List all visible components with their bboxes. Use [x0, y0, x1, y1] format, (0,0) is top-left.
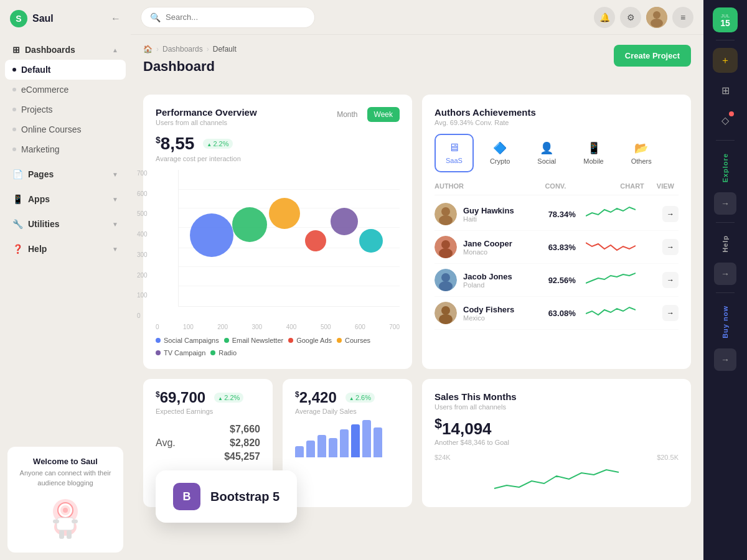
svg-rect-7	[59, 530, 64, 539]
view-btn-cody[interactable]: →	[662, 305, 679, 321]
sidebar-item-online-courses[interactable]: Online Courses	[5, 119, 126, 139]
breadcrumb-home[interactable]: 🏠	[143, 45, 153, 54]
breadcrumb: 🏠 › Dashboards › Default	[143, 45, 237, 54]
nav-dashboards-header[interactable]: ⊞ Dashboards ▲	[5, 40, 126, 60]
performance-card: Performance Overview Users from all chan…	[143, 95, 412, 369]
dot-ecommerce	[12, 88, 16, 91]
ecommerce-label: eCommerce	[21, 85, 68, 95]
view-btn-jacob[interactable]: →	[662, 272, 679, 288]
rp-help-arrow[interactable]: →	[714, 263, 736, 285]
sidebar-item-ecommerce[interactable]: eCommerce	[5, 80, 126, 100]
author-avatar-jacob	[435, 269, 457, 291]
bubble-radio	[359, 229, 383, 253]
menu-button[interactable]: ≡	[672, 7, 693, 28]
author-name-guy: Guy Hawkins	[463, 206, 537, 215]
svg-rect-6	[72, 520, 78, 523]
nav-utilities-header[interactable]: 🔧 Utilities ▼	[5, 214, 126, 234]
calendar-widget[interactable]: JUL 15	[713, 7, 738, 32]
rp-add-button[interactable]: ＋	[713, 48, 738, 73]
rp-explore-arrow[interactable]: →	[714, 192, 736, 215]
daily-label: Average Daily Sales	[295, 408, 400, 415]
user-avatar[interactable]	[646, 7, 667, 28]
col-author: AUTHOR	[435, 182, 522, 190]
search-input[interactable]	[166, 12, 306, 22]
rp-help-label: Help	[721, 230, 729, 258]
legend-courses: Courses	[337, 337, 370, 344]
sales-goal: Another $48,346 to Goal	[435, 439, 679, 446]
bar-6	[351, 424, 360, 457]
author-conv-jacob: 92.56%	[537, 276, 586, 285]
authors-card: Authors Achievements Avg. 69.34% Conv. R…	[422, 95, 691, 369]
welcome-title: Welcome to Saul	[17, 457, 113, 466]
bubble-google-ads	[305, 230, 326, 251]
nav-help-header[interactable]: ❓ Help ▼	[5, 239, 126, 259]
legend-dot-google	[288, 338, 293, 343]
bubble-social	[190, 213, 233, 257]
view-btn-guy[interactable]: →	[662, 206, 679, 222]
rp-code-button[interactable]: ◇	[713, 108, 738, 133]
pages-arrow: ▼	[112, 171, 118, 178]
svg-point-18	[439, 248, 453, 258]
authors-title: Authors Achievements	[435, 107, 679, 118]
default-label: Default	[21, 65, 50, 75]
breadcrumb-dashboards[interactable]: Dashboards	[162, 45, 203, 54]
bootstrap-icon: B	[173, 483, 200, 510]
author-info-cody: Cody Fishers Mexico	[463, 305, 537, 322]
author-chart-guy	[586, 203, 659, 225]
dashboards-grid-icon: ⊞	[12, 45, 20, 55]
tab-mobile[interactable]: 📱 Mobile	[572, 134, 614, 172]
rp-badge-dot	[729, 111, 734, 116]
tab-saas[interactable]: 🖥 SaaS	[435, 134, 474, 172]
author-info-jacob: Jacob Jones Poland	[463, 272, 537, 289]
nav-pages-header[interactable]: 📄 Pages ▼	[5, 164, 126, 184]
tab-others[interactable]: 📂 Others	[620, 134, 663, 172]
create-project-button[interactable]: Create Project	[614, 45, 691, 67]
breadcrumb-sep2: ›	[207, 45, 209, 54]
sales-numbers-list: $7,660 Avg. $2,820 $45,257	[156, 422, 260, 464]
view-btn-jane[interactable]: →	[662, 239, 679, 255]
tab-crypto[interactable]: 🔷 Crypto	[479, 134, 521, 172]
sidebar-item-default[interactable]: Default	[5, 60, 126, 80]
apps-arrow: ▼	[112, 196, 118, 203]
author-name-jane: Jane Cooper	[463, 239, 537, 248]
sales-mini-chart	[435, 464, 679, 495]
settings-button[interactable]: ⚙	[620, 7, 641, 28]
metric-badge: 2.2%	[203, 139, 232, 149]
notification-button[interactable]: 🔔	[594, 7, 615, 28]
bootstrap-title: Bootstrap 5	[210, 490, 280, 504]
period-tab-month[interactable]: Month	[330, 107, 364, 122]
author-avatar-jane	[435, 236, 457, 258]
svg-point-14	[441, 207, 450, 216]
period-tab-week[interactable]: Week	[367, 107, 400, 122]
nav-apps-header[interactable]: 📱 Apps ▼	[5, 189, 126, 209]
nav-utilities-section: 🔧 Utilities ▼	[0, 212, 131, 236]
sidebar-item-projects[interactable]: Projects	[5, 100, 126, 119]
bar-1	[295, 446, 304, 457]
topbar-right: 🔔 ⚙ ≡	[594, 7, 693, 28]
author-country-jacob: Poland	[463, 281, 537, 289]
legend-dot-social	[156, 338, 161, 343]
author-name-cody: Cody Fishers	[463, 305, 537, 314]
sidebar-item-marketing[interactable]: Marketing	[5, 139, 126, 159]
bar-7	[362, 420, 371, 457]
search-box[interactable]: 🔍	[141, 7, 315, 28]
nav-pages-section: 📄 Pages ▼	[0, 162, 131, 187]
daily-metric-row: $2,420 2.6%	[295, 389, 400, 406]
tab-social[interactable]: 👤 Social	[526, 134, 567, 172]
back-icon[interactable]: ←	[111, 13, 121, 24]
svg-point-24	[439, 314, 453, 324]
rp-divider-3	[716, 222, 735, 223]
rp-buynow-arrow[interactable]: →	[714, 348, 736, 371]
bubble-chart	[178, 170, 400, 307]
tab-saas-icon: 🖥	[448, 141, 459, 154]
daily-value: $2,420	[295, 389, 337, 406]
author-view-jane: →	[659, 239, 679, 255]
author-chart-cody	[586, 302, 659, 324]
chart-y-labels: 700 600 500 400 300 200 100 0	[137, 170, 148, 319]
authors-subtitle: Avg. 69.34% Conv. Rate	[435, 119, 679, 126]
col-view: VIEW	[657, 182, 679, 190]
sales-title: Sales This Months	[435, 391, 679, 402]
content-wrapper: 🔍 🔔 ⚙ ≡	[131, 0, 747, 560]
welcome-subtitle: Anyone can connect with their audience b…	[17, 469, 113, 488]
rp-grid-button[interactable]: ⊞	[713, 78, 738, 103]
